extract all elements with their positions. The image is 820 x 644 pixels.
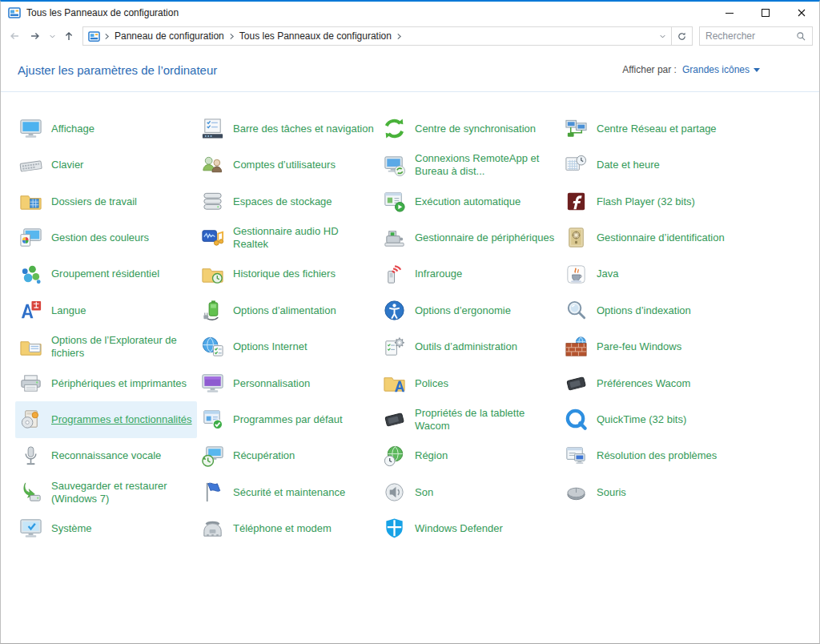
- control-panel-item-region[interactable]: Région: [379, 438, 561, 474]
- control-panel-item-display[interactable]: Affichage: [15, 111, 197, 147]
- control-panel-item-quicktime[interactable]: QuickTime (32 bits): [561, 401, 742, 437]
- control-panel-item-devices-printers[interactable]: Périphériques et imprimantes: [15, 365, 197, 401]
- control-panel-item-language[interactable]: Langue: [15, 292, 197, 328]
- internet-options-icon: [199, 334, 225, 360]
- control-panel-item-ease-of-access[interactable]: Options d’ergonomie: [379, 292, 561, 328]
- control-panel-item-device-manager[interactable]: Gestionnaire de périphériques: [379, 219, 561, 256]
- control-panel-item-admin-tools[interactable]: Outils d’administration: [379, 328, 561, 364]
- control-panel-item-wacom-tablet[interactable]: Propriétés de la tablette Wacom: [379, 401, 561, 437]
- address-bar[interactable]: Panneau de configuration Tous les Pannea…: [82, 26, 693, 46]
- item-label: Date et heure: [597, 159, 660, 171]
- control-panel-item-credential-manager[interactable]: Gestionnaire d’identification: [561, 219, 742, 256]
- control-panel-item-network-sharing[interactable]: Centre Réseau et partage: [561, 111, 742, 147]
- back-button[interactable]: [4, 26, 25, 46]
- control-panel-item-speech-recognition[interactable]: Reconnaissance vocale: [15, 438, 197, 474]
- control-panel-item-security-maintenance[interactable]: Sécurité et maintenance: [197, 474, 379, 510]
- control-panel-item-mouse[interactable]: Souris: [561, 474, 742, 510]
- control-panel-item-recovery[interactable]: Récupération: [197, 438, 379, 474]
- control-panel-item-internet-options[interactable]: Options Internet: [197, 328, 379, 364]
- control-panel-item-windows-defender[interactable]: Windows Defender: [379, 510, 561, 546]
- control-panel-item-windows-firewall[interactable]: Pare-feu Windows: [561, 328, 742, 364]
- control-panel-item-troubleshooting[interactable]: Résolution des problèmes: [561, 438, 742, 474]
- windows-firewall-icon: [563, 334, 589, 360]
- control-panel-item-autoplay[interactable]: Exécution automatique: [379, 183, 561, 219]
- search-icon[interactable]: [796, 31, 806, 42]
- item-label: Pare-feu Windows: [597, 340, 681, 353]
- control-panel-item-taskbar-navigation[interactable]: Barre des tâches et navigation: [197, 111, 379, 147]
- control-panel-item-phone-modem[interactable]: Téléphone et modem: [197, 510, 379, 546]
- control-panel-item-sound[interactable]: Son: [379, 474, 561, 510]
- control-panel-item-file-history[interactable]: Historique des fichiers: [197, 256, 379, 292]
- forward-button[interactable]: [25, 26, 46, 46]
- control-panel-item-user-accounts[interactable]: Comptes d’utilisateurs: [197, 147, 379, 183]
- search-input[interactable]: [705, 30, 796, 42]
- troubleshooting-icon: [563, 443, 589, 469]
- device-manager-icon: [381, 225, 407, 251]
- control-panel-item-flash-player[interactable]: Flash Player (32 bits): [561, 183, 742, 219]
- devices-printers-icon: [18, 370, 43, 396]
- item-label: Région: [415, 449, 448, 462]
- control-panel-item-personalization[interactable]: Personnalisation: [197, 365, 379, 401]
- navigation-toolbar: Panneau de configuration Tous les Pannea…: [1, 24, 819, 48]
- item-label: Personnalisation: [233, 377, 310, 390]
- control-panel-item-sync-center[interactable]: Centre de synchronisation: [379, 111, 561, 147]
- item-label: Connexions RemoteApp et Bureau à dist...: [415, 152, 556, 178]
- control-panel-item-realtek-audio[interactable]: Gestionnaire audio HD Realtek: [197, 219, 379, 256]
- control-panel-item-wacom-preferences[interactable]: Préférences Wacom: [561, 365, 742, 401]
- system-icon: [18, 516, 43, 541]
- control-panel-item-infrared[interactable]: Infrarouge: [379, 256, 561, 292]
- control-panel-item-color-management[interactable]: Gestion des couleurs: [15, 219, 197, 256]
- item-label: Barre des tâches et navigation: [233, 123, 374, 135]
- search-box: [699, 26, 813, 46]
- item-label: Dossiers de travail: [51, 195, 137, 208]
- power-options-icon: [199, 298, 225, 324]
- windows-defender-icon: [381, 516, 407, 541]
- recent-pages-chevron-icon[interactable]: [46, 26, 58, 46]
- item-label: Programmes et fonctionnalités: [51, 413, 192, 426]
- address-dropdown-chevron-icon[interactable]: [653, 27, 671, 45]
- up-button[interactable]: [58, 26, 79, 46]
- item-label: Espaces de stockage: [233, 195, 332, 208]
- control-panel-item-system[interactable]: Système: [15, 510, 197, 546]
- phone-modem-icon: [199, 516, 225, 541]
- page-title: Ajuster les paramètres de l’ordinateur: [18, 63, 217, 77]
- date-time-icon: [563, 152, 589, 178]
- item-label: Souris: [597, 486, 626, 499]
- control-panel-item-keyboard[interactable]: Clavier: [15, 147, 197, 183]
- control-panel-item-fonts[interactable]: Polices: [379, 365, 561, 401]
- control-panel-item-remoteapp[interactable]: Connexions RemoteApp et Bureau à dist...: [379, 147, 561, 183]
- refresh-button[interactable]: [671, 27, 692, 45]
- view-by-label: Afficher par :: [622, 64, 677, 75]
- control-panel-item-file-explorer-options[interactable]: Options de l’Explorateur de fichiers: [15, 328, 197, 364]
- security-maintenance-icon: [199, 480, 225, 505]
- control-panel-item-date-time[interactable]: Date et heure: [561, 147, 742, 183]
- breadcrumb-item-control-panel[interactable]: Panneau de configuration: [111, 30, 227, 42]
- item-label: Options de l’Explorateur de fichiers: [51, 334, 192, 360]
- view-by-group: Afficher par : Grandes icônes: [622, 64, 760, 75]
- keyboard-icon: [18, 152, 43, 178]
- view-by-dropdown[interactable]: Grandes icônes: [682, 64, 760, 75]
- control-panel-item-power-options[interactable]: Options d’alimentation: [197, 292, 379, 328]
- maximize-button[interactable]: [747, 2, 783, 24]
- item-label: Propriétés de la tablette Wacom: [415, 407, 556, 433]
- item-label: Gestionnaire audio HD Realtek: [233, 225, 374, 251]
- control-panel-item-default-programs[interactable]: Programmes par défaut: [197, 401, 379, 437]
- java-icon: [563, 261, 589, 287]
- breadcrumb-item-all-control-panel-items[interactable]: Tous les Panneaux de configuration: [236, 30, 395, 42]
- control-panel-item-work-folders[interactable]: Dossiers de travail: [15, 183, 197, 219]
- control-panel-item-homegroup[interactable]: Groupement résidentiel: [15, 256, 197, 292]
- item-label: Sécurité et maintenance: [233, 486, 345, 499]
- title-bar: Tous les Panneaux de configuration: [1, 2, 819, 24]
- file-explorer-options-icon: [18, 334, 43, 360]
- item-label: QuickTime (32 bits): [597, 413, 686, 426]
- close-button[interactable]: [783, 2, 819, 24]
- control-panel-item-indexing-options[interactable]: Options d’indexation: [561, 292, 742, 328]
- control-panel-item-programs-features[interactable]: Programmes et fonctionnalités: [15, 401, 197, 437]
- remoteapp-icon: [381, 152, 407, 178]
- control-panel-item-storage-spaces[interactable]: Espaces de stockage: [197, 183, 379, 219]
- storage-spaces-icon: [199, 188, 225, 214]
- control-panel-item-backup-restore[interactable]: Sauvegarder et restaurer (Windows 7): [15, 474, 197, 510]
- minimize-button[interactable]: [711, 2, 747, 24]
- backup-restore-icon: [18, 480, 43, 505]
- control-panel-item-java[interactable]: Java: [561, 256, 742, 292]
